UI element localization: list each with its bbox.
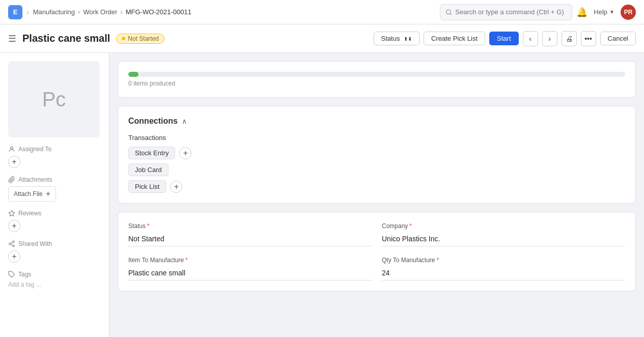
chevron-right-icon: › — [548, 35, 551, 43]
breadcrumb-manufacturing[interactable]: Manufacturing — [33, 8, 75, 16]
company-value[interactable]: Unico Plastics Inc. — [382, 232, 625, 246]
search-bar — [440, 4, 572, 20]
svg-point-2 — [11, 147, 13, 149]
shared-with-label: Shared With — [18, 240, 52, 247]
star-icon — [8, 210, 15, 217]
svg-point-4 — [13, 241, 15, 243]
svg-line-7 — [11, 244, 13, 245]
content-area: 0 items produced Connections ∧ Transacti… — [109, 53, 644, 337]
reviews-label: Reviews — [18, 210, 41, 217]
progress-card: 0 items produced — [118, 61, 636, 98]
connections-title: Connections — [128, 117, 178, 126]
add-tag-input[interactable]: Add a tag ... — [8, 281, 101, 288]
connections-header: Connections ∧ — [128, 117, 625, 126]
breadcrumb-work-order[interactable]: Work Order — [83, 8, 117, 16]
pick-list-tag[interactable]: Pick List — [128, 180, 166, 193]
main-content: Pc Assigned To + Attachments Attach File… — [0, 53, 644, 337]
qty-field: Qty To Manufacture * 24 — [382, 257, 625, 280]
nav-right: 🔔 Help ▼ PR — [576, 5, 636, 20]
chevron-left-icon: ‹ — [529, 35, 531, 43]
reviews-section: Reviews + — [8, 210, 101, 232]
print-icon: 🖨 — [566, 35, 573, 43]
job-card-tag[interactable]: Job Card — [128, 163, 169, 176]
breadcrumb-current: MFG-WO-2021-00011 — [126, 8, 191, 16]
svg-line-1 — [450, 13, 451, 14]
form-card: Status * Not Started Company * Unico Pla… — [118, 212, 636, 291]
svg-point-0 — [446, 10, 451, 14]
next-button[interactable]: › — [542, 31, 557, 46]
progress-label: 0 items produced — [128, 80, 625, 87]
item-field: Item To Manufacture * Plastic cane small — [128, 257, 372, 280]
person-icon — [8, 146, 15, 153]
attach-file-button[interactable]: Attach File + — [8, 186, 56, 202]
add-review-button[interactable]: + — [8, 220, 20, 232]
search-input[interactable] — [455, 8, 567, 16]
status-value[interactable]: Not Started — [128, 232, 372, 246]
top-nav: E › Manufacturing › Work Order › MFG-WO-… — [0, 0, 644, 24]
cancel-button[interactable]: Cancel — [600, 32, 636, 45]
item-initials: Pc — [42, 88, 66, 111]
svg-point-6 — [13, 245, 15, 247]
status-button[interactable]: Status ⬆⬇ — [374, 32, 419, 45]
page-title: Plastic cane small — [22, 33, 110, 44]
prev-button[interactable]: ‹ — [523, 31, 538, 46]
assigned-to-label: Assigned To — [18, 146, 51, 153]
status-field: Status * Not Started — [128, 222, 372, 246]
status-badge: Not Started — [116, 34, 164, 44]
breadcrumb-chevron-1: › — [26, 8, 29, 16]
user-avatar[interactable]: PR — [621, 5, 636, 20]
paperclip-icon — [8, 176, 15, 183]
start-button[interactable]: Start — [489, 32, 518, 45]
item-value[interactable]: Plastic cane small — [128, 266, 372, 280]
company-required-marker: * — [409, 222, 412, 230]
print-button[interactable]: 🖨 — [562, 31, 577, 46]
tag-icon — [8, 271, 15, 278]
breadcrumb: Manufacturing › Work Order › MFG-WO-2021… — [33, 8, 191, 16]
shared-with-section: Shared With + — [8, 240, 101, 263]
more-options-button[interactable]: ••• — [581, 31, 596, 46]
help-chevron-icon: ▼ — [609, 9, 614, 15]
status-badge-label: Not Started — [128, 35, 159, 42]
sidebar: Pc Assigned To + Attachments Attach File… — [0, 53, 109, 337]
item-avatar: Pc — [8, 61, 100, 137]
company-field: Company * Unico Plastics Inc. — [382, 222, 625, 246]
transactions-label: Transactions — [128, 134, 625, 142]
add-assigned-to-button[interactable]: + — [8, 156, 20, 168]
notification-bell-icon[interactable]: 🔔 — [576, 7, 587, 18]
status-chevron-icon: ⬆⬇ — [404, 36, 412, 42]
tags-label: Tags — [18, 271, 31, 278]
attachments-section: Attachments Attach File + — [8, 176, 101, 202]
list-item: Stock Entry + — [128, 147, 191, 159]
list-item: Job Card — [128, 163, 169, 176]
connections-card: Connections ∧ Transactions Stock Entry +… — [118, 106, 636, 204]
status-label: Status * — [128, 222, 372, 230]
svg-point-5 — [9, 243, 11, 245]
add-shared-with-button[interactable]: + — [8, 250, 20, 263]
qty-value[interactable]: 24 — [382, 266, 625, 280]
progress-bar — [128, 72, 625, 77]
item-required-marker: * — [185, 257, 188, 264]
svg-marker-3 — [9, 210, 15, 216]
connections-toggle-icon[interactable]: ∧ — [182, 117, 187, 125]
menu-icon[interactable]: ☰ — [8, 33, 16, 44]
stock-entry-tag[interactable]: Stock Entry — [128, 147, 175, 159]
qty-label: Qty To Manufacture * — [382, 257, 625, 264]
add-pick-list-button[interactable]: + — [170, 181, 182, 193]
create-pick-list-button[interactable]: Create Pick List — [424, 32, 485, 45]
status-required-marker: * — [147, 222, 150, 230]
svg-line-8 — [11, 242, 13, 243]
help-button[interactable]: Help ▼ — [594, 8, 614, 16]
sub-header: ☰ Plastic cane small Not Started Status … — [0, 24, 644, 53]
more-icon: ••• — [584, 35, 592, 43]
app-icon[interactable]: E — [8, 5, 22, 19]
form-grid: Status * Not Started Company * Unico Pla… — [128, 222, 625, 280]
transaction-tags: Stock Entry + Job Card Pick List + — [128, 147, 625, 193]
attachments-label: Attachments — [18, 176, 52, 183]
assigned-to-section: Assigned To + — [8, 146, 101, 168]
add-stock-entry-button[interactable]: + — [179, 147, 191, 159]
tags-section: Tags Add a tag ... — [8, 271, 101, 288]
search-icon — [445, 9, 452, 16]
qty-required-marker: * — [437, 257, 439, 264]
progress-bar-fill — [128, 72, 138, 77]
status-dot — [122, 37, 125, 40]
